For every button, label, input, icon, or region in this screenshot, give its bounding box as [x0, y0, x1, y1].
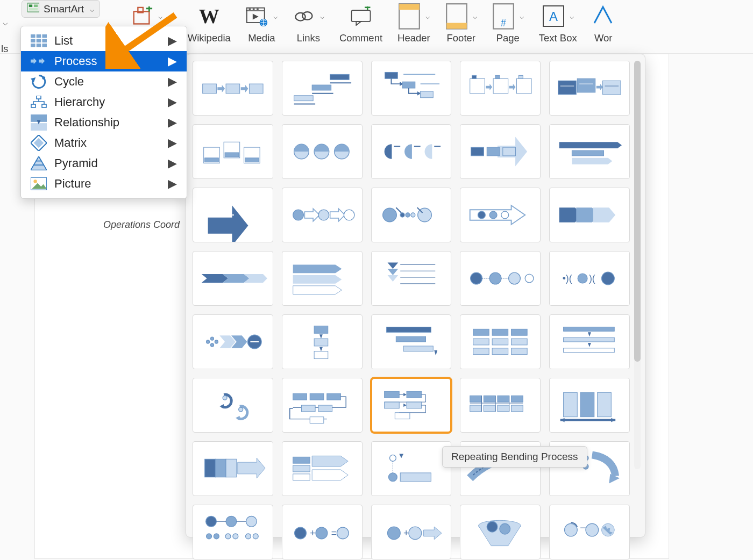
smartart-thumb-4[interactable]	[549, 61, 630, 116]
svg-point-128	[501, 211, 509, 219]
category-matrix[interactable]: Matrix▶	[21, 133, 187, 153]
svg-rect-216	[580, 392, 594, 417]
category-hierarchy-label: Hierarchy	[54, 95, 105, 109]
svg-marker-171	[434, 350, 437, 356]
smartart-thumb-18[interactable]	[460, 251, 541, 306]
smartart-thumb-24[interactable]	[549, 314, 630, 369]
svg-point-254	[316, 527, 328, 539]
smartart-thumb-26[interactable]	[282, 378, 363, 433]
svg-rect-33	[37, 39, 41, 42]
svg-rect-191	[310, 393, 324, 400]
svg-point-154	[602, 272, 615, 285]
smartart-thumb-22[interactable]	[371, 314, 452, 369]
svg-rect-181	[564, 327, 615, 331]
smartart-thumb-2[interactable]	[371, 61, 452, 116]
smartart-thumb-7[interactable]	[371, 124, 452, 179]
svg-marker-182	[588, 332, 591, 336]
svg-rect-165	[314, 339, 328, 346]
smartart-thumb-13[interactable]	[460, 188, 541, 242]
category-pyramid[interactable]: Pyramid▶	[21, 153, 187, 174]
smartart-thumb-19[interactable]: •)()(	[549, 251, 630, 306]
smartart-thumb-14[interactable]	[549, 188, 630, 242]
smartart-thumb-10[interactable]	[193, 188, 273, 242]
svg-rect-174	[512, 329, 528, 335]
smartart-thumb-38[interactable]	[460, 505, 541, 559]
smartart-thumb-9[interactable]	[549, 124, 630, 179]
scrollbar-handle[interactable]	[634, 61, 641, 362]
smartart-thumb-21[interactable]	[282, 314, 363, 369]
smartart-thumb-16[interactable]	[282, 251, 363, 306]
smartart-thumb-5[interactable]	[193, 124, 273, 179]
ribbon-page-button[interactable]: #⌵Page	[485, 2, 531, 44]
smartart-thumb-8[interactable]	[460, 124, 541, 179]
smartart-thumb-1[interactable]	[282, 61, 363, 116]
svg-rect-3	[29, 8, 38, 11]
smartart-thumb-29[interactable]	[549, 378, 630, 433]
ribbon-media-button[interactable]: ⌵Media	[238, 2, 285, 44]
ribbon-footer-button[interactable]: ⌵Footer	[438, 2, 485, 44]
svg-point-242	[226, 516, 237, 527]
chevron-down-icon: ⌵	[473, 12, 477, 20]
ribbon-wordart-button[interactable]: Wor	[585, 2, 622, 44]
svg-rect-210	[512, 405, 523, 412]
ribbon-links-button[interactable]: ⌵Links	[285, 2, 332, 44]
smartart-thumb-17[interactable]	[371, 251, 452, 306]
svg-rect-35	[42, 34, 47, 38]
smartart-thumb-28[interactable]	[460, 378, 541, 433]
ribbon-left-dropdown-icon[interactable]: ⌵	[3, 17, 8, 27]
ribbon-comment-button[interactable]: Comment	[332, 2, 390, 44]
smartart-thumb-12[interactable]	[371, 188, 452, 242]
header-icon	[398, 5, 421, 27]
svg-point-263	[500, 523, 510, 534]
smartart-thumb-39[interactable]	[549, 505, 630, 559]
svg-rect-63	[330, 74, 349, 80]
category-process[interactable]: Process▶	[21, 51, 187, 71]
svg-rect-177	[512, 339, 528, 345]
svg-rect-12	[257, 8, 259, 10]
ribbon-wikipedia-button[interactable]: WWikipedia	[180, 2, 238, 44]
smartart-thumb-35[interactable]	[193, 505, 273, 559]
svg-rect-109	[572, 150, 604, 156]
category-process-label: Process	[54, 54, 97, 68]
svg-rect-209	[498, 405, 509, 412]
smartart-thumb-30[interactable]	[193, 441, 273, 496]
smartart-thumb-32[interactable]	[371, 441, 452, 496]
category-list[interactable]: List▶	[21, 31, 187, 51]
svg-point-41	[42, 76, 45, 80]
svg-rect-71	[402, 82, 415, 88]
smartart-thumb-37[interactable]: +	[371, 505, 452, 559]
svg-marker-197	[403, 393, 407, 396]
category-cycle[interactable]: Cycle▶	[21, 71, 187, 92]
smartart-thumb-25[interactable]	[193, 378, 273, 433]
ribbon-header-label: Header	[397, 32, 430, 44]
category-picture[interactable]: Picture▶	[21, 174, 187, 194]
smartart-thumb-3[interactable]	[460, 61, 541, 116]
smartart-thumb-31[interactable]	[282, 441, 363, 496]
picture-icon	[31, 177, 47, 191]
svg-marker-135	[293, 264, 342, 273]
smartart-thumb-15[interactable]	[193, 251, 273, 306]
svg-point-113	[293, 210, 304, 220]
smartart-thumb-11[interactable]	[282, 188, 363, 242]
ribbon-textbox-button[interactable]: A⌵Text Box	[531, 2, 585, 44]
smartart-thumb-0[interactable]	[193, 61, 273, 116]
smartart-thumb-36[interactable]: +=	[282, 505, 363, 559]
svg-rect-208	[484, 405, 496, 412]
smartart-thumb-23[interactable]	[460, 314, 541, 369]
category-relationship[interactable]: Relationship▶	[21, 112, 187, 133]
svg-point-149	[509, 272, 521, 284]
svg-rect-17	[351, 10, 370, 21]
gallery-scrollbar[interactable]	[634, 61, 641, 469]
svg-rect-107	[503, 147, 516, 156]
svg-marker-228	[312, 456, 348, 466]
ribbon-header-button[interactable]: ⌵Header	[390, 2, 438, 44]
category-hierarchy[interactable]: Hierarchy▶	[21, 92, 187, 112]
svg-point-248	[246, 534, 251, 539]
smartart-thumb-27[interactable]	[371, 378, 452, 433]
smartart-dropdown-button[interactable]: SmartArt ⌵	[22, 0, 100, 18]
svg-point-150	[525, 274, 534, 283]
smartart-icon	[27, 3, 39, 15]
smartart-thumb-20[interactable]	[193, 314, 273, 369]
svg-text:+: +	[403, 528, 409, 539]
smartart-thumb-6[interactable]	[282, 124, 363, 179]
